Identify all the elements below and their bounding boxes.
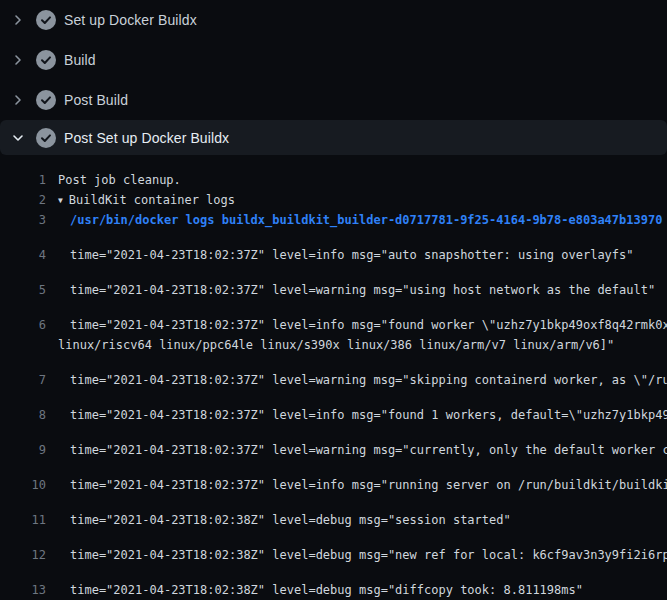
- check-circle-icon: [36, 50, 56, 70]
- line-number[interactable]: 3: [0, 210, 46, 230]
- step-title: Post Build: [64, 92, 128, 108]
- line-number[interactable]: 2: [0, 190, 46, 210]
- log-row: 1Post job cleanup.: [0, 170, 667, 190]
- log-row: 2▼BuildKit container logs: [0, 190, 667, 210]
- line-number[interactable]: 11: [0, 510, 46, 530]
- step-row-post-set-up-docker-buildx[interactable]: Post Set up Docker Buildx: [0, 120, 667, 155]
- log-text: time="2021-04-23T18:02:38Z" level=debug …: [70, 580, 583, 600]
- line-number: [0, 335, 46, 355]
- log-text: time="2021-04-23T18:02:37Z" level=info m…: [70, 245, 634, 265]
- log-text: time="2021-04-23T18:02:37Z" level=warnin…: [70, 440, 667, 460]
- actions-log-viewer: Set up Docker BuildxBuildPost BuildPost …: [0, 0, 667, 600]
- line-number[interactable]: 8: [0, 405, 46, 425]
- steps-list: Set up Docker BuildxBuildPost BuildPost …: [0, 0, 667, 155]
- log-text: time="2021-04-23T18:02:37Z" level=info m…: [70, 405, 667, 425]
- log-row: 10time="2021-04-23T18:02:37Z" level=info…: [0, 475, 667, 495]
- log-row: linux/riscv64 linux/ppc64le linux/s390x …: [0, 335, 667, 355]
- step-title: Build: [64, 52, 96, 68]
- line-number[interactable]: 6: [0, 315, 46, 335]
- check-circle-icon: [36, 128, 56, 148]
- line-number[interactable]: 7: [0, 370, 46, 390]
- line-number[interactable]: 5: [0, 280, 46, 300]
- step-title: Set up Docker Buildx: [64, 12, 197, 28]
- step-row-build[interactable]: Build: [0, 40, 667, 80]
- chevron-down-icon: [10, 130, 26, 146]
- log-row: 9time="2021-04-23T18:02:37Z" level=warni…: [0, 440, 667, 460]
- log-text: time="2021-04-23T18:02:37Z" level=info m…: [70, 475, 667, 495]
- line-number[interactable]: 10: [0, 475, 46, 495]
- log-row: 11time="2021-04-23T18:02:38Z" level=debu…: [0, 510, 667, 530]
- step-row-post-build[interactable]: Post Build: [0, 80, 667, 120]
- log-row: 12time="2021-04-23T18:02:38Z" level=debu…: [0, 545, 667, 565]
- line-number[interactable]: 4: [0, 245, 46, 265]
- triangle-down-icon: ▼: [58, 191, 63, 210]
- chevron-right-icon: [10, 52, 26, 68]
- log-row: 5time="2021-04-23T18:02:37Z" level=warni…: [0, 280, 667, 300]
- log-text: time="2021-04-23T18:02:37Z" level=warnin…: [70, 280, 655, 300]
- log-text: Post job cleanup.: [58, 170, 181, 190]
- log-row: 4time="2021-04-23T18:02:37Z" level=info …: [0, 245, 667, 265]
- line-number[interactable]: 9: [0, 440, 46, 460]
- chevron-right-icon: [10, 12, 26, 28]
- log-text: time="2021-04-23T18:02:38Z" level=debug …: [70, 545, 667, 565]
- log-group-toggle[interactable]: ▼BuildKit container logs: [58, 190, 235, 210]
- log-text: time="2021-04-23T18:02:37Z" level=info m…: [70, 315, 667, 335]
- step-title: Post Set up Docker Buildx: [64, 130, 229, 146]
- log-row: 8time="2021-04-23T18:02:37Z" level=info …: [0, 405, 667, 425]
- chevron-right-icon: [10, 92, 26, 108]
- log-text: time="2021-04-23T18:02:37Z" level=warnin…: [70, 370, 667, 390]
- line-number[interactable]: 13: [0, 580, 46, 600]
- log-group-label: BuildKit container logs: [69, 193, 235, 207]
- step-row-set-up-docker-buildx[interactable]: Set up Docker Buildx: [0, 0, 667, 40]
- line-number[interactable]: 12: [0, 545, 46, 565]
- log-text: time="2021-04-23T18:02:38Z" level=debug …: [70, 510, 511, 530]
- check-circle-icon: [36, 10, 56, 30]
- check-circle-icon: [36, 90, 56, 110]
- log-command-text: /usr/bin/docker logs buildx_buildkit_bui…: [70, 210, 662, 230]
- log-row: 7time="2021-04-23T18:02:37Z" level=warni…: [0, 370, 667, 390]
- log-row: 6time="2021-04-23T18:02:37Z" level=info …: [0, 315, 667, 335]
- log-row: 3/usr/bin/docker logs buildx_buildkit_bu…: [0, 210, 667, 230]
- log-text: linux/riscv64 linux/ppc64le linux/s390x …: [58, 335, 614, 355]
- line-number[interactable]: 1: [0, 170, 46, 190]
- log-row: 13time="2021-04-23T18:02:38Z" level=debu…: [0, 580, 667, 600]
- log-output: 1Post job cleanup.2▼BuildKit container l…: [0, 170, 667, 600]
